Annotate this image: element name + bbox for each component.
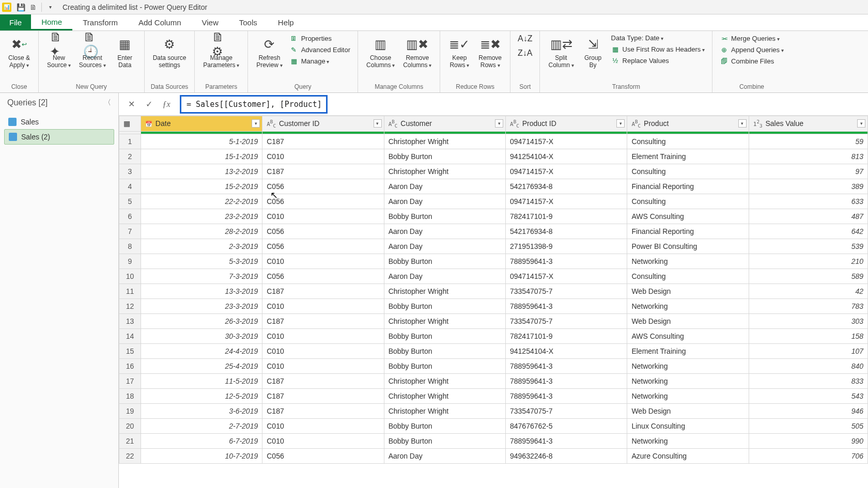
cell-product[interactable]: Networking	[627, 254, 749, 269]
cell-product[interactable]: Consulting	[627, 194, 749, 209]
cell-product-id[interactable]: 782417101-9	[506, 209, 627, 224]
cell-sales-value[interactable]: 389	[749, 179, 867, 194]
cell-product[interactable]: Financial Reporting	[627, 224, 749, 239]
append-queries-button[interactable]: ⊕Append Queries	[718, 44, 786, 55]
recent-sources-button[interactable]: 🗎🕘Recent Sources	[76, 33, 109, 71]
refresh-preview-button[interactable]: ⟳Refresh Preview	[253, 33, 285, 71]
cell-date[interactable]: 13-2-2019	[141, 164, 262, 179]
cell-product-id[interactable]: 788959641-3	[506, 298, 627, 313]
cell-sales-value[interactable]: 210	[749, 254, 867, 269]
cell-product-id[interactable]: 094714157-X	[506, 269, 627, 284]
filter-dropdown-icon[interactable]: ▾	[616, 119, 625, 128]
cell-customer-id[interactable]: C010	[262, 298, 384, 313]
cell-sales-value[interactable]: 487	[749, 209, 867, 224]
cell-product[interactable]: Financial Reporting	[627, 179, 749, 194]
filter-dropdown-icon[interactable]: ▾	[495, 119, 503, 128]
cell-date[interactable]: 2-7-2019	[141, 418, 262, 433]
formula-input[interactable]	[181, 97, 326, 112]
cell-product[interactable]: Web Design	[627, 313, 749, 328]
cell-product[interactable]: Networking	[627, 358, 749, 373]
cell-product-id[interactable]: 094714157-X	[506, 194, 627, 209]
cell-customer[interactable]: Bobby Burton	[384, 343, 505, 358]
cell-date[interactable]: 2-3-2019	[141, 239, 262, 254]
cell-customer-id[interactable]: C010	[262, 433, 384, 448]
cell-product[interactable]: Element Training	[627, 343, 749, 358]
cell-customer[interactable]: Christopher Wright	[384, 134, 505, 149]
combine-files-button[interactable]: 🗐Combine Files	[718, 56, 786, 66]
table-row[interactable]: 15-1-2019C187Christopher Wright094714157…	[119, 134, 868, 149]
cell-product-id[interactable]: 542176934-8	[506, 224, 627, 239]
cell-date[interactable]: 6-7-2019	[141, 433, 262, 448]
cell-product[interactable]: Consulting	[627, 164, 749, 179]
cell-customer-id[interactable]: C187	[262, 313, 384, 328]
cell-sales-value[interactable]: 543	[749, 388, 867, 403]
cell-product-id[interactable]: 788959641-3	[506, 373, 627, 388]
qat-undo-icon[interactable]: 🗎	[27, 2, 39, 13]
cell-customer-id[interactable]: C010	[262, 343, 384, 358]
cell-product[interactable]: Consulting	[627, 134, 749, 149]
cell-product-id[interactable]: 094714157-X	[506, 164, 627, 179]
cell-customer[interactable]: Bobby Burton	[384, 433, 505, 448]
cell-sales-value[interactable]: 97	[749, 164, 867, 179]
table-row[interactable]: 415-2-2019C056Aaron Day542176934-8Financ…	[119, 179, 868, 194]
cell-date[interactable]: 10-7-2019	[141, 448, 262, 463]
cell-date[interactable]: 13-3-2019	[141, 284, 262, 298]
cell-date[interactable]: 22-2-2019	[141, 194, 262, 209]
cell-customer-id[interactable]: C187	[262, 403, 384, 418]
table-row[interactable]: 1223-3-2019C010Bobby Burton788959641-3Ne…	[119, 298, 868, 313]
table-row[interactable]: 1711-5-2019C187Christopher Wright7889596…	[119, 373, 868, 388]
column-header-prod[interactable]: ABCProduct▾	[627, 116, 749, 132]
query-item[interactable]: Sales	[4, 115, 114, 129]
table-row[interactable]: 1812-5-2019C187Christopher Wright7889596…	[119, 388, 868, 403]
cell-customer-id[interactable]: C010	[262, 418, 384, 433]
collapse-queries-icon[interactable]: 〈	[104, 98, 111, 107]
cell-product[interactable]: Web Design	[627, 284, 749, 298]
cell-product[interactable]: Networking	[627, 373, 749, 388]
table-row[interactable]: 95-3-2019C010Bobby Burton788959641-3Netw…	[119, 254, 868, 269]
column-header-custid[interactable]: ABCCustomer ID▾	[262, 116, 384, 132]
cell-sales-value[interactable]: 946	[749, 403, 867, 418]
cell-date[interactable]: 15-2-2019	[141, 179, 262, 194]
cell-product[interactable]: Web Design	[627, 403, 749, 418]
cell-sales-value[interactable]: 990	[749, 433, 867, 448]
cell-customer[interactable]: Aaron Day	[384, 239, 505, 254]
table-row[interactable]: 1326-3-2019C187Christopher Wright7335470…	[119, 313, 868, 328]
cell-customer-id[interactable]: C187	[262, 284, 384, 298]
group-by-button[interactable]: ⇲Group By	[579, 33, 607, 71]
cell-sales-value[interactable]: 107	[749, 343, 867, 358]
remove-columns-button[interactable]: ▥✖Remove Columns	[400, 33, 435, 71]
table-row[interactable]: 82-3-2019C056Aaron Day271951398-9Power B…	[119, 239, 868, 254]
cell-sales-value[interactable]: 42	[749, 284, 867, 298]
cell-product-id[interactable]: 847676762-5	[506, 418, 627, 433]
cell-product[interactable]: AWS Consulting	[627, 328, 749, 343]
cell-customer-id[interactable]: C187	[262, 388, 384, 403]
cell-customer[interactable]: Christopher Wright	[384, 164, 505, 179]
tab-transform[interactable]: Transform	[72, 14, 128, 30]
cell-product-id[interactable]: 788959641-3	[506, 388, 627, 403]
cell-customer-id[interactable]: C010	[262, 358, 384, 373]
cell-sales-value[interactable]: 706	[749, 448, 867, 463]
tab-home[interactable]: Home	[31, 14, 72, 30]
cell-product-id[interactable]: 941254104-X	[506, 343, 627, 358]
table-row[interactable]: 1625-4-2019C010Bobby Burton788959641-3Ne…	[119, 358, 868, 373]
cell-customer-id[interactable]: C056	[262, 194, 384, 209]
advanced-editor-button[interactable]: ✎Advanced Editor	[288, 44, 352, 55]
cell-product[interactable]: Linux Consulting	[627, 418, 749, 433]
cell-customer[interactable]: Bobby Burton	[384, 149, 505, 164]
manage-button[interactable]: ▦Manage	[288, 56, 352, 66]
new-source-button[interactable]: 🗎✦New Source	[44, 33, 74, 71]
cell-customer[interactable]: Christopher Wright	[384, 284, 505, 298]
table-row[interactable]: 107-3-2019C056Aaron Day094714157-XConsul…	[119, 269, 868, 284]
cell-product-id[interactable]: 949632246-8	[506, 448, 627, 463]
cell-date[interactable]: 30-3-2019	[141, 328, 262, 343]
cell-sales-value[interactable]: 589	[749, 269, 867, 284]
enter-data-button[interactable]: ▦Enter Data	[111, 33, 139, 71]
cell-customer[interactable]: Bobby Burton	[384, 254, 505, 269]
cell-sales-value[interactable]: 833	[749, 373, 867, 388]
cell-date[interactable]: 23-3-2019	[141, 298, 262, 313]
cell-customer-id[interactable]: C010	[262, 149, 384, 164]
cell-customer-id[interactable]: C056	[262, 448, 384, 463]
cell-customer-id[interactable]: C010	[262, 209, 384, 224]
data-grid[interactable]: ▦📅Date▾ABCCustomer ID▾ABCCustomer▾ABCPro…	[119, 116, 868, 488]
cell-sales-value[interactable]: 59	[749, 134, 867, 149]
